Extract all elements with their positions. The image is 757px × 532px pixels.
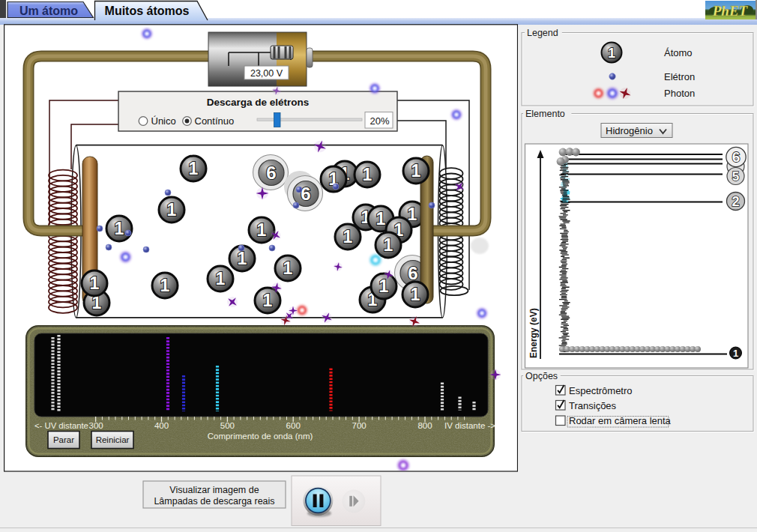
svg-text:Um átomo: Um átomo (19, 4, 78, 17)
svg-text:400: 400 (154, 421, 169, 430)
svg-text:6: 6 (732, 149, 741, 165)
svg-text:Parar: Parar (53, 435, 74, 444)
svg-text:1: 1 (263, 291, 273, 310)
svg-text:1: 1 (283, 259, 293, 278)
svg-text:1: 1 (376, 209, 386, 229)
svg-text:1: 1 (90, 273, 100, 293)
svg-text:Rodar em câmera lenta: Rodar em câmera lenta (569, 415, 672, 426)
svg-text:6: 6 (266, 163, 276, 183)
svg-text:Photon: Photon (664, 88, 695, 99)
svg-text:Único: Único (151, 115, 176, 127)
svg-text:1: 1 (257, 220, 267, 240)
svg-text:Espectrômetro: Espectrômetro (569, 385, 633, 396)
svg-text:Transições: Transições (569, 400, 617, 411)
svg-text:Elemento: Elemento (525, 109, 565, 119)
svg-text:1: 1 (411, 285, 420, 304)
svg-text:23,00 V: 23,00 V (250, 68, 283, 79)
svg-text:1: 1 (608, 46, 615, 61)
svg-text:1: 1 (411, 161, 421, 181)
svg-text:1: 1 (238, 249, 247, 268)
svg-text:1: 1 (216, 269, 226, 288)
svg-text:Energy (eV): Energy (eV) (528, 308, 539, 358)
svg-text:1: 1 (363, 165, 373, 184)
svg-text:800: 800 (417, 421, 432, 430)
svg-text:6: 6 (408, 263, 417, 283)
svg-text:1: 1 (115, 219, 124, 238)
svg-text:Comprimento de onda (nm): Comprimento de onda (nm) (208, 432, 313, 441)
svg-text:Opções: Opções (525, 371, 558, 381)
svg-text:PhET: PhET (712, 3, 749, 19)
svg-text:1: 1 (384, 235, 393, 255)
svg-text:IV distante ->: IV distante -> (444, 421, 495, 430)
svg-text:600: 600 (286, 421, 301, 430)
svg-text:Muitos átomos: Muitos átomos (105, 4, 190, 17)
svg-text:500: 500 (220, 421, 235, 430)
svg-text:700: 700 (352, 421, 367, 430)
svg-text:Hidrogênio: Hidrogênio (606, 125, 653, 136)
svg-text:1: 1 (343, 227, 353, 247)
svg-text:1: 1 (189, 159, 199, 178)
svg-text:5: 5 (732, 169, 739, 184)
svg-text:Reiniciar: Reiniciar (96, 435, 130, 444)
svg-text:Contínuo: Contínuo (195, 115, 235, 127)
svg-text:20%: 20% (370, 115, 389, 127)
svg-text:<- UV distante: <- UV distante (34, 421, 88, 430)
svg-text:2: 2 (732, 194, 739, 209)
svg-text:Elétron: Elétron (664, 71, 695, 82)
svg-text:1: 1 (167, 200, 177, 220)
svg-text:Visualizar imagem de: Visualizar imagem de (169, 485, 259, 495)
svg-text:Átomo: Átomo (664, 47, 693, 58)
svg-text:1: 1 (160, 276, 170, 295)
svg-text:300: 300 (89, 421, 103, 430)
svg-text:Lâmpadas de descarga reais: Lâmpadas de descarga reais (154, 496, 274, 507)
svg-text:1: 1 (379, 276, 389, 296)
svg-text:Legend: Legend (527, 28, 558, 38)
svg-text:6: 6 (301, 184, 310, 204)
svg-text:Descarga de elétrons: Descarga de elétrons (207, 97, 310, 108)
svg-text:1: 1 (733, 348, 738, 359)
